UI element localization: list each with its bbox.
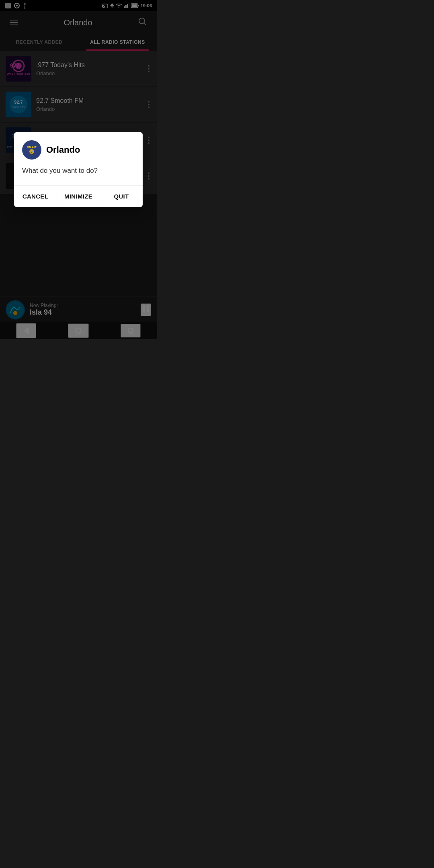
quit-button[interactable]: QUIT [100, 186, 143, 207]
dialog-actions: CANCEL MINIMIZE QUIT [14, 185, 143, 207]
dialog-station-name: Orlando [46, 145, 80, 155]
minimize-button[interactable]: MINIMIZE [57, 186, 100, 207]
svg-text:🎤: 🎤 [31, 150, 34, 154]
cancel-button[interactable]: CANCEL [14, 186, 57, 207]
dialog-message: What do you want to do? [22, 166, 135, 176]
dialog-station-logo: ON AIR 🎤 [23, 141, 41, 159]
svg-text:ON AIR: ON AIR [27, 146, 37, 149]
dialog-logo: ON AIR 🎤 [22, 140, 41, 160]
dialog-overlay: ON AIR 🎤 Orlando What do you want to do?… [0, 0, 157, 339]
dialog-header: ON AIR 🎤 Orlando [22, 140, 135, 160]
dialog: ON AIR 🎤 Orlando What do you want to do?… [14, 132, 143, 207]
